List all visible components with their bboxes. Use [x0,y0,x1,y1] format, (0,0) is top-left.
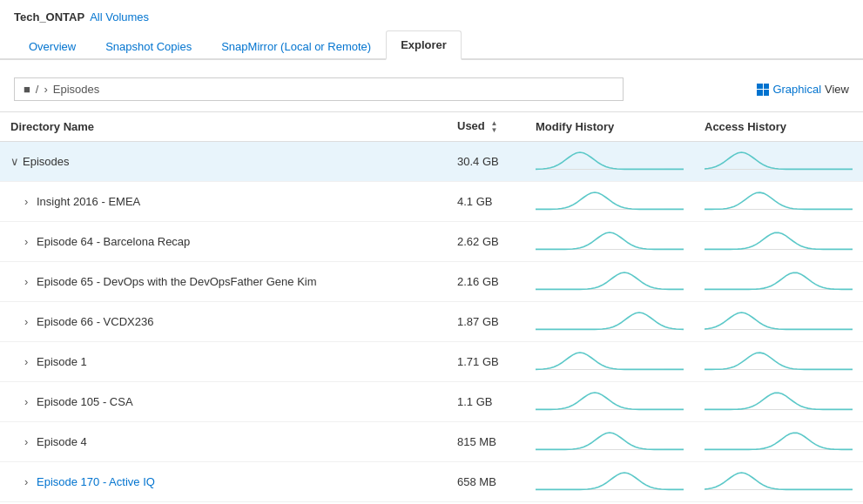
table-row: ›Episode 11.71 GB [0,341,863,381]
tab-overview[interactable]: Overview [14,32,91,60]
table-row: ›Insight 2016 - EMEA4.1 GB [0,181,863,221]
file-name: Episode 65 - DevOps with the DevOpsFathe… [37,275,317,288]
access-history-chart [694,421,863,461]
all-volumes-link[interactable]: All Volumes [90,10,149,24]
sort-icon: ▲▼ [490,120,497,134]
access-history-chart [694,221,863,261]
used-size: 2.16 GB [447,261,525,301]
file-name: Episodes [23,155,69,168]
table-row: ›Episode 105 - CSA1.1 GB [0,381,863,421]
expand-icon[interactable]: › [24,315,33,328]
modify-history-chart [525,181,694,221]
file-name: Episode 64 - Barcelona Recap [37,235,190,248]
path-input[interactable]: ■ / › Episodes [14,77,624,101]
tab-explorer[interactable]: Explorer [386,30,462,60]
access-history-chart [694,381,863,421]
graphical-label: Graphical [772,83,821,96]
modify-history-chart [525,301,694,341]
file-name: Episode 4 [37,435,87,448]
access-history-chart [694,181,863,221]
path-label: Episodes [53,83,99,96]
file-name: Episode 66 - VCDX236 [37,315,153,328]
expand-icon[interactable]: › [24,275,33,288]
modify-history-chart [525,421,694,461]
table-row: ›Episode 4815 MB [0,421,863,461]
modify-history-chart [525,461,694,501]
graphical-view-button[interactable]: GraphicalView [757,83,849,96]
tab-bar: Overview Snapshot Copies SnapMirror (Loc… [0,30,863,60]
file-explorer-table: Directory Name Used ▲▼ Modify History Ac… [0,111,863,504]
chevron-right-icon: › [44,83,47,96]
used-size: 1.1 GB [447,381,525,421]
table-row: ∨Episodes30.4 GB [0,141,863,181]
table-row: ›Episode 170 - Active IQ658 MB [0,461,863,501]
expand-icon[interactable]: › [24,355,33,368]
table-row: ›Episode 64 - Barcelona Recap2.62 GB [0,221,863,261]
used-size: 1.71 GB [447,341,525,381]
access-history-chart [694,261,863,301]
table-row: ›Episode 65 - DevOps with the DevOpsFath… [0,261,863,301]
used-size: 658 MB [447,461,525,501]
file-name: Insight 2016 - EMEA [37,195,140,208]
view-label: View [825,83,849,96]
col-header-name: Directory Name [0,112,447,142]
grid-icon [757,84,769,96]
modify-history-chart [525,221,694,261]
file-name: Episode 1 [37,355,87,368]
file-name[interactable]: Episode 170 - Active IQ [37,475,155,488]
collapse-icon[interactable]: ∨ [10,155,19,168]
col-header-used[interactable]: Used ▲▼ [447,112,525,142]
expand-icon[interactable]: › [24,395,33,408]
expand-icon[interactable]: › [24,435,33,448]
used-size: 30.4 GB [447,141,525,181]
modify-history-chart [525,341,694,381]
folder-icon: ■ [24,83,30,96]
path-separator: / [36,83,39,96]
access-history-chart [694,461,863,501]
app-name: Tech_ONTAP [14,10,84,24]
col-header-modify-history: Modify History [525,112,694,142]
modify-history-chart [525,381,694,421]
access-history-chart [694,141,863,181]
col-header-access-history: Access History [694,112,863,142]
breadcrumb: Tech_ONTAP All Volumes [0,0,863,30]
path-bar: ■ / › Episodes GraphicalView [14,77,849,101]
expand-icon[interactable]: › [24,235,33,248]
used-size: 815 MB [447,421,525,461]
used-size: 1.87 GB [447,301,525,341]
table-row: ›Episode 66 - VCDX2361.87 GB [0,301,863,341]
file-name: Episode 105 - CSA [37,395,133,408]
modify-history-chart [525,141,694,181]
tab-snapmirror[interactable]: SnapMirror (Local or Remote) [206,32,386,60]
expand-icon[interactable]: › [24,475,33,488]
used-size: 2.62 GB [447,221,525,261]
tab-snapshot[interactable]: Snapshot Copies [91,32,206,60]
expand-icon[interactable]: › [24,195,33,208]
access-history-chart [694,301,863,341]
modify-history-chart [525,261,694,301]
access-history-chart [694,341,863,381]
used-size: 4.1 GB [447,181,525,221]
